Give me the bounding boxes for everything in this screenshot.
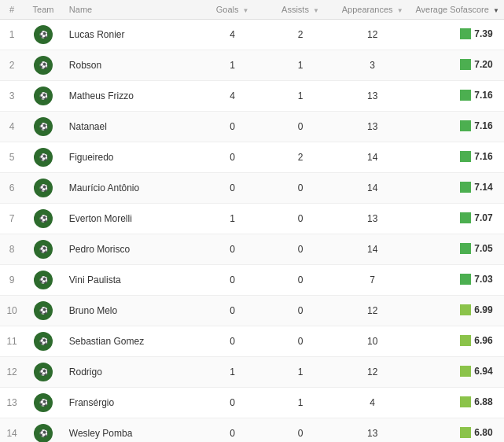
cell-appearances: 12 <box>334 296 410 326</box>
cell-team: ⚽ <box>24 142 63 173</box>
team-logo: ⚽ <box>34 56 53 75</box>
team-logo: ⚽ <box>34 424 53 442</box>
score-badge: 6.99 <box>422 304 493 315</box>
cell-goals: 0 <box>198 326 266 357</box>
table-row[interactable]: 4 ⚽ Natanael 0 0 13 7.16 <box>0 112 504 142</box>
cell-appearances: 4 <box>334 388 410 418</box>
score-badge: 7.16 <box>422 120 493 131</box>
score-bar-icon <box>460 182 471 193</box>
cell-name: Natanael <box>63 112 199 142</box>
table-row[interactable]: 10 ⚽ Bruno Melo 0 0 12 6.99 <box>0 296 504 326</box>
cell-assists: 1 <box>267 357 334 388</box>
col-header-appearances[interactable]: Appearances ▼ <box>334 0 410 20</box>
cell-name: Matheus Frizzo <box>63 81 199 112</box>
table-row[interactable]: 2 ⚽ Robson 1 1 3 7.20 <box>0 50 504 81</box>
score-badge: 7.16 <box>422 90 493 101</box>
cell-team: ⚽ <box>24 112 63 142</box>
cell-team: ⚽ <box>24 296 63 326</box>
cell-goals: 0 <box>198 234 266 265</box>
cell-score: 6.94 <box>410 357 504 388</box>
cell-goals: 4 <box>198 20 266 50</box>
table-row[interactable]: 9 ⚽ Vini Paulista 0 0 7 7.03 <box>0 265 504 296</box>
cell-rank: 14 <box>0 418 24 443</box>
cell-goals: 1 <box>198 357 266 388</box>
cell-assists: 0 <box>267 173 334 204</box>
score-badge: 7.16 <box>422 151 493 162</box>
score-badge: 7.05 <box>422 243 493 254</box>
cell-appearances: 7 <box>334 265 410 296</box>
table-row[interactable]: 11 ⚽ Sebastian Gomez 0 0 10 6.96 <box>0 326 504 357</box>
cell-score: 6.99 <box>410 296 504 326</box>
col-header-score[interactable]: Average Sofascore ▼ <box>410 0 504 20</box>
score-badge: 6.88 <box>422 396 493 407</box>
score-badge: 6.96 <box>422 335 493 346</box>
cell-goals: 0 <box>198 296 266 326</box>
cell-team: ⚽ <box>24 357 63 388</box>
col-header-assists[interactable]: Assists ▼ <box>267 0 334 20</box>
goals-sort-icon[interactable]: ▼ <box>243 7 249 14</box>
col-header-team: Team <box>24 0 63 20</box>
score-bar-icon <box>460 396 471 407</box>
cell-assists: 1 <box>267 81 334 112</box>
score-badge: 6.94 <box>422 366 493 377</box>
cell-score: 6.96 <box>410 326 504 357</box>
cell-rank: 3 <box>0 81 24 112</box>
cell-score: 7.39 <box>410 20 504 50</box>
score-sort-icon[interactable]: ▼ <box>493 7 499 14</box>
cell-name: Lucas Ronier <box>63 20 199 50</box>
table-row[interactable]: 6 ⚽ Maurício Antônio 0 0 14 7.14 <box>0 173 504 204</box>
cell-goals: 0 <box>198 388 266 418</box>
cell-appearances: 12 <box>334 357 410 388</box>
cell-name: Bruno Melo <box>63 296 199 326</box>
team-logo: ⚽ <box>34 209 53 228</box>
score-bar-icon <box>460 120 471 131</box>
table-row[interactable]: 1 ⚽ Lucas Ronier 4 2 12 7.39 <box>0 20 504 50</box>
table-row[interactable]: 3 ⚽ Matheus Frizzo 4 1 13 7.16 <box>0 81 504 112</box>
score-bar-icon <box>460 243 471 254</box>
cell-name: Fransérgio <box>63 388 199 418</box>
cell-name: Wesley Pomba <box>63 418 199 443</box>
score-badge: 7.07 <box>422 212 493 223</box>
team-logo: ⚽ <box>34 363 53 381</box>
cell-appearances: 12 <box>334 20 410 50</box>
score-bar-icon <box>460 90 471 101</box>
table-row[interactable]: 7 ⚽ Everton Morelli 1 0 13 7.07 <box>0 204 504 234</box>
table-row[interactable]: 12 ⚽ Rodrigo 1 1 12 6.94 <box>0 357 504 388</box>
cell-goals: 0 <box>198 112 266 142</box>
table-row[interactable]: 14 ⚽ Wesley Pomba 0 0 13 6.80 <box>0 418 504 443</box>
cell-goals: 4 <box>198 81 266 112</box>
cell-team: ⚽ <box>24 204 63 234</box>
cell-appearances: 10 <box>334 326 410 357</box>
cell-team: ⚽ <box>24 388 63 418</box>
col-header-name: Name <box>63 0 199 20</box>
cell-goals: 0 <box>198 173 266 204</box>
team-logo: ⚽ <box>34 148 53 167</box>
cell-goals: 1 <box>198 50 266 81</box>
score-badge: 7.14 <box>422 182 493 193</box>
team-logo: ⚽ <box>34 87 53 105</box>
appearances-sort-icon[interactable]: ▼ <box>397 7 403 14</box>
cell-goals: 1 <box>198 204 266 234</box>
cell-assists: 0 <box>267 418 334 443</box>
cell-rank: 5 <box>0 142 24 173</box>
cell-team: ⚽ <box>24 265 63 296</box>
cell-score: 7.16 <box>410 112 504 142</box>
assists-sort-icon[interactable]: ▼ <box>313 7 319 14</box>
table-row[interactable]: 13 ⚽ Fransérgio 0 1 4 6.88 <box>0 388 504 418</box>
cell-assists: 0 <box>267 234 334 265</box>
team-logo: ⚽ <box>34 25 53 44</box>
cell-name: Figueiredo <box>63 142 199 173</box>
cell-score: 6.80 <box>410 418 504 443</box>
table-row[interactable]: 5 ⚽ Figueiredo 0 2 14 7.16 <box>0 142 504 173</box>
cell-assists: 2 <box>267 142 334 173</box>
cell-name: Everton Morelli <box>63 204 199 234</box>
table-row[interactable]: 8 ⚽ Pedro Morisco 0 0 14 7.05 <box>0 234 504 265</box>
cell-score: 7.07 <box>410 204 504 234</box>
col-header-goals[interactable]: Goals ▼ <box>198 0 266 20</box>
cell-team: ⚽ <box>24 326 63 357</box>
cell-appearances: 3 <box>334 50 410 81</box>
team-logo: ⚽ <box>34 179 53 197</box>
cell-score: 7.14 <box>410 173 504 204</box>
cell-appearances: 14 <box>334 173 410 204</box>
cell-team: ⚽ <box>24 20 63 50</box>
